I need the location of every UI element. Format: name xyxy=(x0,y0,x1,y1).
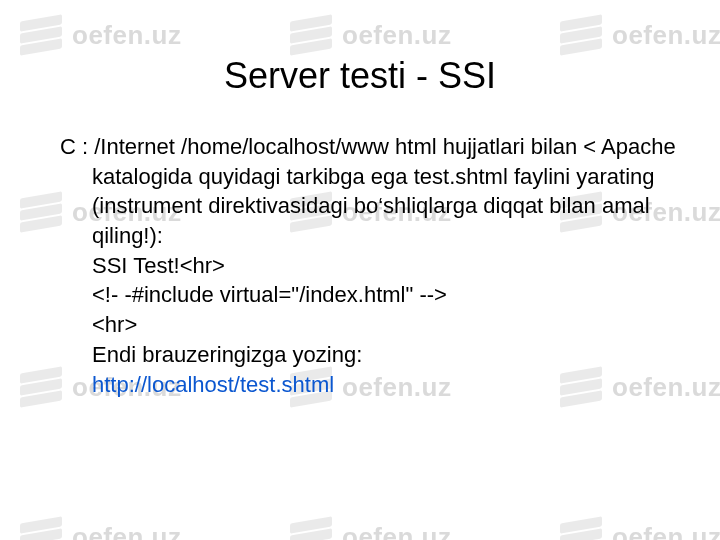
code-line-include: <!- -#include virtual="/index.html" --> xyxy=(60,280,690,310)
slide-title: Server testi - SSI xyxy=(30,55,690,97)
slide: Server testi - SSI C : /Internet /home/l… xyxy=(0,0,720,540)
para-prefix: C : xyxy=(60,134,94,159)
paragraph-main: C : /Internet /home/localhost/www html h… xyxy=(60,132,690,251)
prompt-line: Endi brauzeringizga yozing: xyxy=(60,340,690,370)
para-rest: /Internet /home/localhost/www html hujja… xyxy=(92,134,676,248)
url-link[interactable]: http://localhost/test.shtml xyxy=(60,370,690,400)
code-line-hr: <hr> xyxy=(60,310,690,340)
slide-body: C : /Internet /home/localhost/www html h… xyxy=(30,132,690,399)
code-line-ssi: SSI Test!<hr> xyxy=(60,251,690,281)
